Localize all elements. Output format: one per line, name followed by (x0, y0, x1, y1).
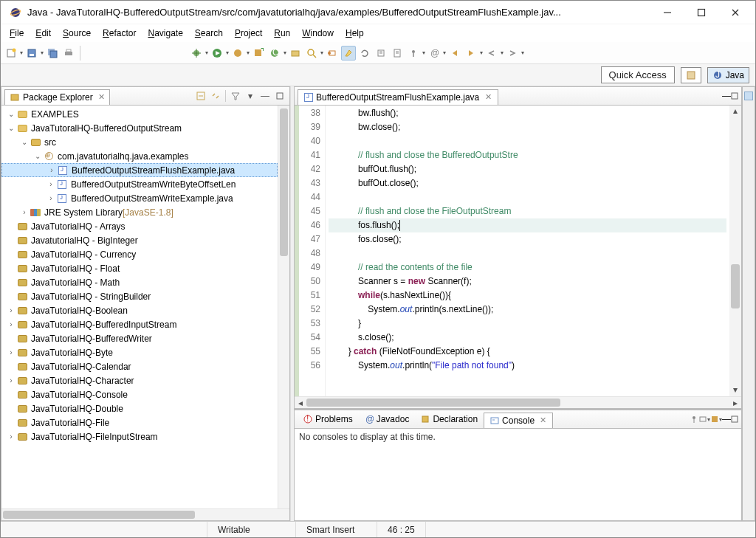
maximize-pane-button[interactable] (273, 89, 286, 103)
dropdown-icon[interactable]: ▾ (205, 49, 208, 56)
tree-item[interactable]: ⌄EXAMPLES (1, 107, 278, 121)
tree-item[interactable]: ›JavaTutorialHQ-BufferedInputStream (1, 317, 278, 331)
horizontal-scrollbar[interactable] (1, 508, 289, 520)
new-class-button[interactable]: C (267, 46, 282, 61)
debug-button[interactable] (189, 46, 204, 61)
collapse-all-button[interactable] (194, 89, 207, 103)
filters-button[interactable] (229, 89, 242, 103)
dropdown-icon[interactable]: ▾ (284, 49, 286, 56)
tree-item[interactable]: ›JavaTutorialHQ-Boolean (1, 303, 278, 317)
editor-tab[interactable]: BufferedOutputStreamFlushExample.java ✕ (298, 89, 498, 105)
close-icon[interactable]: ✕ (540, 415, 546, 425)
tree-item[interactable]: ⌄com.javatutorialhq.java.examples (1, 149, 278, 163)
editor-body[interactable]: 38394041424344454647484950515253545556 b… (295, 106, 741, 396)
menu-window[interactable]: Window (296, 26, 340, 41)
tree-item[interactable]: JavaTutorialHQ - StringBuilder (1, 289, 278, 303)
problems-tab[interactable]: !Problems (298, 412, 359, 427)
menu-help[interactable]: Help (340, 26, 370, 41)
close-icon[interactable]: ✕ (98, 92, 105, 102)
tree-item[interactable]: ›BufferedOutputStreamFlushExample.java (1, 163, 278, 177)
dropdown-icon[interactable]: ▾ (521, 49, 524, 56)
console-open-button[interactable] (710, 415, 719, 424)
coverage-button[interactable] (230, 46, 245, 61)
tree-item[interactable]: ›BufferedOutputStreamWriteByteOffsetLen (1, 177, 278, 191)
tree-item[interactable]: JavaTutorialHQ-BufferedWriter (1, 331, 278, 345)
dropdown-icon[interactable]: ▾ (20, 49, 23, 56)
minimize-button[interactable] (650, 1, 684, 24)
forward-button[interactable] (464, 46, 478, 61)
undo-nav-button[interactable] (484, 46, 499, 61)
minimized-view-strip[interactable] (742, 86, 755, 521)
tree-item[interactable]: ›BufferedOutputStreamWriteExample.java (1, 191, 278, 205)
view-menu-button[interactable]: ▾ (244, 89, 257, 103)
tree-item[interactable]: ›JavaTutorialHQ-Byte (1, 345, 278, 359)
tree-item[interactable]: JavaTutorialHQ - Arrays (1, 219, 278, 233)
open-type-button[interactable] (288, 46, 303, 61)
dropdown-icon[interactable]: ▾ (480, 49, 483, 56)
redo-nav-button[interactable] (505, 46, 520, 61)
console-pin-button[interactable] (690, 415, 698, 424)
tree-item[interactable]: JavaTutorialHQ-File (1, 415, 278, 430)
dropdown-icon[interactable]: ▾ (226, 49, 229, 56)
declaration-tab[interactable]: Declaration (415, 412, 484, 427)
minimize-pane-button[interactable]: — (258, 89, 272, 103)
menu-navigate[interactable]: Navigate (142, 26, 188, 41)
menu-run[interactable]: Run (268, 26, 296, 41)
print-button[interactable] (61, 46, 76, 61)
tree-item[interactable]: JavaTutorialHQ - Currency (1, 247, 278, 261)
toggle-button[interactable] (325, 46, 340, 61)
maximize-editor-button[interactable] (731, 92, 738, 100)
dropdown-icon[interactable]: ▾ (422, 49, 425, 56)
tree-item[interactable]: JavaTutorialHQ-Double (1, 401, 278, 415)
tree-item[interactable]: JavaTutorialHQ - Float (1, 261, 278, 275)
menu-file[interactable]: File (4, 26, 30, 41)
save-all-button[interactable] (45, 46, 60, 61)
back-button[interactable] (447, 46, 462, 61)
tree-item[interactable]: ⌄src (1, 135, 278, 149)
menu-refactor[interactable]: Refactor (97, 26, 142, 41)
refresh-button[interactable] (357, 46, 372, 61)
annotation-button[interactable]: @ (427, 46, 441, 61)
tree-item[interactable]: ›JavaTutorialHQ-FileInputStream (1, 430, 278, 444)
dropdown-icon[interactable]: ▾ (320, 49, 323, 56)
outline-button[interactable] (374, 46, 388, 61)
tree-item[interactable]: ›JavaTutorialHQ-Character (1, 373, 278, 387)
minimize-editor-button[interactable]: — (722, 91, 731, 101)
link-editor-button[interactable] (209, 89, 222, 103)
tree-item[interactable]: JavaTutorialHQ-Calendar (1, 359, 278, 373)
editor-horizontal-scrollbar[interactable]: ◂▸ (295, 396, 741, 408)
pin-button[interactable] (406, 46, 421, 61)
new-button[interactable] (4, 46, 18, 61)
tasks-button[interactable] (390, 46, 405, 61)
console-display-button[interactable] (698, 415, 707, 424)
tree-item[interactable]: JavaTutorialHQ - Math (1, 275, 278, 289)
perspective-switcher[interactable] (681, 67, 701, 83)
new-package-button[interactable]: + (251, 46, 266, 61)
dropdown-icon[interactable]: ▾ (247, 49, 250, 56)
run-button[interactable] (210, 46, 224, 61)
dropdown-icon[interactable]: ▾ (501, 49, 504, 56)
menu-project[interactable]: Project (229, 26, 268, 41)
close-icon[interactable]: ✕ (485, 92, 492, 102)
tree-item[interactable]: ⌄JavaTutoralHQ-BufferedOutputStream (1, 121, 278, 135)
editor-vertical-scrollbar[interactable]: ▴ ▾ (729, 106, 741, 396)
minimize-console-button[interactable]: — (722, 414, 731, 424)
dropdown-icon[interactable]: ▾ (443, 49, 446, 56)
vertical-scrollbar[interactable] (278, 106, 289, 508)
close-button[interactable] (718, 1, 752, 24)
maximize-button[interactable] (684, 1, 718, 24)
java-perspective[interactable]: J Java (707, 67, 749, 83)
package-explorer-tree[interactable]: ⌄EXAMPLES⌄JavaTutoralHQ-BufferedOutputSt… (1, 106, 289, 508)
console-tab[interactable]: Console✕ (484, 413, 553, 428)
tree-item[interactable]: JavatutorialHQ - BigInteger (1, 233, 278, 247)
package-explorer-tab[interactable]: Package Explorer ✕ (4, 89, 110, 105)
dropdown-icon[interactable]: ▾ (41, 49, 44, 56)
menu-source[interactable]: Source (57, 26, 97, 41)
tree-item[interactable]: JavaTutorialHQ-Console (1, 387, 278, 401)
menu-search[interactable]: Search (189, 26, 229, 41)
maximize-console-button[interactable] (731, 415, 738, 423)
outline-stub-icon[interactable] (744, 92, 753, 100)
javadoc-tab[interactable]: @Javadoc (359, 412, 416, 427)
tree-item[interactable]: ›JRE System Library [JavaSE-1.8] (1, 205, 278, 219)
code-area[interactable]: bw.flush(); bw.close(); // flush and clo… (326, 106, 729, 396)
